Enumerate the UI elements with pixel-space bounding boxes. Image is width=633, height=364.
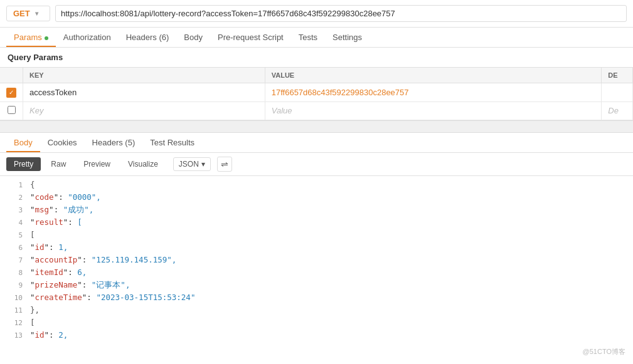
response-tab-cookies[interactable]: Cookies [40, 133, 85, 152]
json-line: 12 [ [0, 316, 633, 329]
response-tab-body[interactable]: Body [6, 133, 40, 152]
tab-body[interactable]: Body [176, 28, 210, 47]
tab-authorization-label: Authorization [63, 33, 111, 42]
json-key: result [35, 217, 63, 227]
response-tab-testresults[interactable]: Test Results [142, 133, 202, 152]
json-line: 2 "code": "0000", [0, 191, 633, 204]
json-key: itemId [35, 268, 63, 277]
line-number: 9 [5, 280, 23, 291]
row2-key[interactable]: Key [23, 101, 265, 120]
json-key: id [35, 330, 45, 340]
json-value: [ [77, 217, 82, 227]
url-bar: GET ▾ [0, 0, 633, 28]
row1-desc[interactable] [602, 83, 633, 102]
json-line: 9 "prizeName": "记事本", [0, 279, 633, 291]
tab-headers[interactable]: Headers (6) [119, 28, 177, 47]
line-number: 8 [5, 268, 23, 279]
tab-prerequest[interactable]: Pre-request Script [210, 28, 291, 47]
line-content: "createTime": "2023-03-15T15:53:24" [30, 291, 195, 304]
line-number: 13 [5, 330, 23, 341]
json-line: 5 [ [0, 229, 633, 241]
line-content: "prizeName": "记事本", [30, 279, 130, 291]
row1-checkbox[interactable]: ✓ [0, 83, 23, 102]
sub-tabs-bar: Pretty Raw Preview Visualize JSON ▾ ⇌ [0, 153, 633, 176]
table-row: ✓ accessToken 17ff6657d68c43f592299830c2… [0, 83, 633, 102]
line-number: 2 [5, 192, 23, 204]
col-checkbox-header [0, 68, 23, 83]
tab-headers-label: Headers (6) [126, 33, 169, 42]
json-key: accountIp [35, 255, 78, 264]
response-tabs: Body Cookies Headers (5) Test Results [0, 133, 633, 153]
query-params-title: Query Params [0, 48, 633, 67]
json-line: 11 }, [0, 304, 633, 316]
sub-tab-visualize[interactable]: Visualize [120, 157, 166, 171]
tab-prerequest-label: Pre-request Script [218, 33, 284, 42]
request-tabs: Params Authorization Headers (6) Body Pr… [0, 28, 633, 48]
url-input[interactable] [55, 5, 627, 22]
json-key: id [35, 242, 45, 252]
line-content: "id": 2, [30, 329, 68, 341]
checkbox-icon: ✓ [6, 88, 16, 98]
tab-params-label: Params [14, 33, 42, 42]
format-dropdown[interactable]: JSON ▾ [173, 157, 211, 171]
tab-tests[interactable]: Tests [291, 28, 325, 47]
line-content: "result": [ [30, 216, 82, 229]
row1-value[interactable]: 17ff6657d68c43f592299830c28ee757 [265, 83, 602, 102]
line-content: "accountIp": "125.119.145.159", [30, 254, 176, 266]
line-number: 6 [5, 242, 23, 254]
row2-checkbox[interactable] [0, 101, 23, 120]
line-number: 11 [5, 305, 23, 316]
json-value: "成功", [63, 205, 94, 214]
params-dot [45, 36, 48, 40]
line-content: "id": 1, [30, 241, 68, 254]
line-content: }, [30, 304, 40, 316]
json-line: 7 "accountIp": "125.119.145.159", [0, 254, 633, 266]
line-content: [ [30, 316, 35, 329]
json-key: code [35, 192, 54, 202]
json-line: 13 "id": 2, [0, 329, 633, 341]
line-number: 4 [5, 217, 23, 229]
format-label: JSON [179, 160, 199, 169]
line-number: 3 [5, 205, 23, 216]
method-chevron: ▾ [35, 10, 38, 17]
line-number: 7 [5, 255, 23, 266]
json-value: 1, [58, 242, 68, 252]
row2-value[interactable]: Value [265, 101, 602, 120]
sub-tab-preview[interactable]: Preview [76, 157, 118, 171]
tab-body-label: Body [184, 33, 203, 42]
json-content: 1{2 "code": "0000",3 "msg": "成功",4 "resu… [0, 176, 633, 344]
json-value: "125.119.145.159", [92, 255, 176, 264]
json-key: msg [35, 205, 50, 214]
table-row: Key Value De [0, 101, 633, 120]
line-number: 5 [5, 230, 23, 241]
line-content: "code": "0000", [30, 191, 101, 204]
tab-settings-label: Settings [332, 33, 362, 42]
json-key: prizeName [35, 280, 78, 289]
json-line: 8 "itemId": 6, [0, 266, 633, 279]
json-value: "2023-03-15T15:53:24" [96, 293, 195, 302]
tab-settings[interactable]: Settings [325, 28, 370, 47]
tab-authorization[interactable]: Authorization [56, 28, 119, 47]
sub-tab-raw[interactable]: Raw [43, 157, 73, 171]
line-content: "msg": "成功", [30, 204, 93, 216]
section-divider [0, 120, 633, 133]
json-value: 2, [58, 330, 68, 340]
response-tab-headers[interactable]: Headers (5) [85, 133, 143, 152]
method-label: GET [13, 9, 30, 18]
json-line: 4 "result": [ [0, 216, 633, 229]
row2-checkbox-input[interactable] [8, 106, 16, 114]
wrap-icon-button[interactable]: ⇌ [217, 157, 232, 172]
method-dropdown[interactable]: GET ▾ [6, 6, 50, 21]
json-value: "0000", [68, 192, 101, 202]
row2-desc[interactable]: De [602, 101, 633, 120]
line-number: 1 [5, 180, 23, 191]
params-table: KEY VALUE DE ✓ accessToken 17ff6657d68c4… [0, 67, 633, 120]
json-line: 6 "id": 1, [0, 241, 633, 254]
format-chevron: ▾ [201, 160, 205, 169]
col-value-header: VALUE [265, 68, 602, 83]
sub-tab-pretty[interactable]: Pretty [6, 157, 41, 171]
tab-params[interactable]: Params [6, 28, 56, 47]
tab-tests-label: Tests [299, 33, 317, 42]
row1-key[interactable]: accessToken [23, 83, 265, 102]
json-value: 6, [77, 268, 87, 277]
